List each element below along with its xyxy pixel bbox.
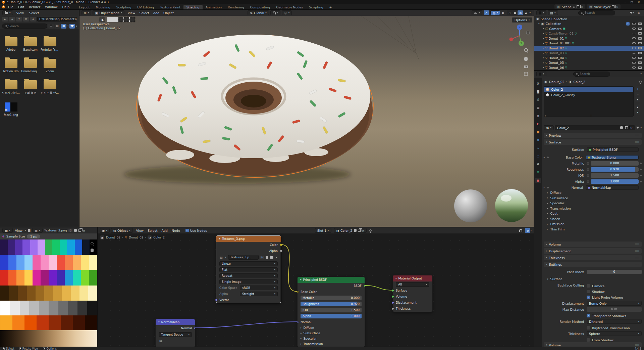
sample-size-value[interactable]: 1 px <box>27 234 40 238</box>
checkbox[interactable]: ✓ <box>587 314 590 317</box>
eye-icon[interactable] <box>632 67 636 69</box>
backface-option-camera[interactable]: Camera <box>587 283 642 289</box>
select-box-extend[interactable] <box>112 17 118 22</box>
navigation-gizmo[interactable]: Z Y <box>509 25 530 46</box>
camera-toggle-icon[interactable] <box>638 52 642 54</box>
expand-icon[interactable]: ▸ <box>544 186 547 189</box>
bsdf-collapsed-subsurface[interactable]: ▸Subsurface <box>298 331 365 336</box>
outliner-display-mode[interactable]: ☰▾ <box>536 10 546 15</box>
material-filter-icon[interactable] <box>636 127 639 129</box>
file-item-[interactable]: 소리 녹음 <box>21 78 40 95</box>
outliner-item-donut-01[interactable]: ▸▽Donut_01▽ <box>534 36 644 41</box>
viewport-menu-add[interactable]: Add <box>151 11 161 15</box>
expand-icon[interactable]: ▸ <box>543 27 544 30</box>
eye-icon[interactable] <box>632 47 636 49</box>
viewlayer-selector[interactable]: ▤ ViewLayer × <box>587 4 621 9</box>
axis-neg-ball[interactable] <box>526 31 530 34</box>
expand-icon[interactable]: ▸ <box>543 52 544 54</box>
collection-checkbox[interactable]: ✓ <box>626 22 630 26</box>
fb-search-input[interactable] <box>8 25 45 28</box>
workspace-tab-modeling[interactable]: Modeling <box>93 5 113 9</box>
image-users-badge[interactable]: 6 <box>260 256 264 259</box>
subsection-sheen[interactable]: ▸Sheen <box>544 216 642 222</box>
target-dropdown[interactable]: All▾ <box>396 282 429 287</box>
outliner-filter-icon[interactable] <box>630 12 633 14</box>
viewport-menu-view[interactable]: View <box>126 11 138 15</box>
outliner-item-donut-02[interactable]: ▸▽Donut_02▽ <box>534 46 644 51</box>
ie-unlink-icon[interactable]: × <box>83 229 86 232</box>
file-item-zoom[interactable]: Zoom <box>41 56 59 73</box>
fb-parent-button[interactable]: ↑ <box>16 17 22 21</box>
viewport-3d[interactable]: Z Y ⊞▾ ▣Object Mode▾ ViewSelectAddObject… <box>79 9 534 227</box>
options-dropdown[interactable]: Options▾ <box>512 17 532 23</box>
ie-new-image-icon[interactable] <box>78 229 81 232</box>
shading-solid-button[interactable]: ● <box>512 10 518 15</box>
settings-surface-sub[interactable]: ▾Surface <box>544 276 642 282</box>
expand-icon[interactable]: ▸ <box>543 66 544 69</box>
new-scene-icon[interactable] <box>577 5 579 8</box>
outliner-item-donut-06[interactable]: ▸▽Donut_06▽ <box>534 65 644 70</box>
ie-image-browse[interactable]: ▤▾ <box>32 228 43 233</box>
select-box-invert[interactable] <box>124 17 129 22</box>
visibility-dropdown[interactable]: ▾ <box>472 10 482 15</box>
se-pin-icon[interactable] <box>369 229 372 232</box>
properties-tab-data[interactable]: ▽ <box>535 170 541 175</box>
slot-expand-icon[interactable]: ▸ <box>545 114 546 117</box>
eye-closed-icon[interactable] <box>632 33 636 34</box>
slider-roughness[interactable]: 0.920 <box>591 167 639 172</box>
fb-menu-view[interactable]: View <box>14 11 26 15</box>
surface-shader-field[interactable]: Principled BSDF <box>587 147 639 152</box>
properties-tab-material[interactable]: ● <box>535 178 541 183</box>
outliner-item-candytower-01[interactable]: ▸▽CandyTower_01▽ <box>534 31 644 36</box>
new-viewlayer-icon[interactable] <box>612 5 614 8</box>
fb-view-chevron[interactable]: ▾ <box>67 25 69 28</box>
workspace-tab-shading[interactable]: Shading <box>183 5 203 9</box>
expand-icon[interactable]: ▸ <box>543 47 544 49</box>
fb-filter-chevron[interactable]: ▾ <box>76 25 77 28</box>
editor-type-file-browser[interactable]: ▾ <box>2 10 13 15</box>
remove-slot-button[interactable]: − <box>635 92 640 96</box>
workspace-tab-uv-editing[interactable]: UV Editing <box>134 5 157 9</box>
outliner-filter-type[interactable]: ▤▾ <box>548 10 558 15</box>
properties-tab-scene[interactable]: ◍ <box>535 113 541 118</box>
fb-list-view-button[interactable]: ☰ <box>48 24 54 29</box>
outliner-item-donut-01-001[interactable]: ▸▽Donut_01.001▽ <box>534 41 644 46</box>
node-material-output[interactable]: ▾Material Output All▾ SurfaceVolumeDispl… <box>392 275 433 312</box>
gizmo-toggle[interactable]: ↗ <box>484 10 489 15</box>
se-new-material-icon[interactable] <box>358 229 361 232</box>
maximize-button[interactable]: □ <box>631 1 633 4</box>
slider-alpha[interactable]: 1.000 <box>591 179 639 184</box>
vector-socket[interactable] <box>215 299 218 301</box>
workspace-tab-texture-paint[interactable]: Texture Paint <box>157 5 183 9</box>
material-name-field[interactable]: Color_2 × <box>555 125 635 130</box>
input-socket[interactable] <box>391 307 394 310</box>
camera-toggle-icon[interactable] <box>638 57 642 59</box>
eye-icon[interactable] <box>632 57 636 59</box>
fb-detail-view-button[interactable]: ▤ <box>55 24 60 29</box>
shader-menu-node[interactable]: Node <box>170 229 182 232</box>
outliner-item-camera[interactable]: ▸▢Camera▣ <box>534 26 644 31</box>
outliner-item-donut-05[interactable]: ▸▽Donut_05▽ <box>534 60 644 65</box>
menu-window[interactable]: Window <box>43 5 60 9</box>
subsection-specular[interactable]: ▸Specular <box>544 201 642 206</box>
subsection-diffuse[interactable]: ▸Diffuse <box>544 190 642 195</box>
bsdf-collapsed-diffuse[interactable]: ▸Diffuse <box>298 325 365 331</box>
bsdf-slider-alpha[interactable]: Alpha1.000 <box>301 314 362 318</box>
image-unlink-icon[interactable]: × <box>275 256 278 259</box>
checkbox[interactable] <box>587 284 590 288</box>
bsdf-slider-roughness[interactable]: Roughness0.920 <box>301 302 362 306</box>
section-grip[interactable]: ∷∷ <box>635 243 639 246</box>
shader-editor[interactable]: ◉▾ ◍Object▾ ViewSelectAddNode ✓ Use Node… <box>97 227 534 347</box>
fb-new-folder-button[interactable]: + <box>30 17 36 21</box>
close-button[interactable]: × <box>638 1 640 4</box>
node-principled-bsdf[interactable]: ▾Principled BSDF BSDF Base ColorMetallic… <box>297 276 365 347</box>
section-surface[interactable]: ▾Surface∷∷ <box>544 139 642 145</box>
se-snapping-icon[interactable] <box>519 229 522 232</box>
minimize-button[interactable]: – <box>625 1 626 4</box>
mode-selector[interactable]: ▣Object Mode▾ <box>93 10 124 15</box>
image-icon[interactable]: ▤ <box>159 339 163 343</box>
browse-material-button[interactable]: ◑▾ <box>544 125 554 130</box>
outliner-collection[interactable]: ▾▣Collection✓ <box>534 21 644 27</box>
donut-object[interactable] <box>124 35 373 184</box>
input-socket[interactable] <box>297 291 299 293</box>
